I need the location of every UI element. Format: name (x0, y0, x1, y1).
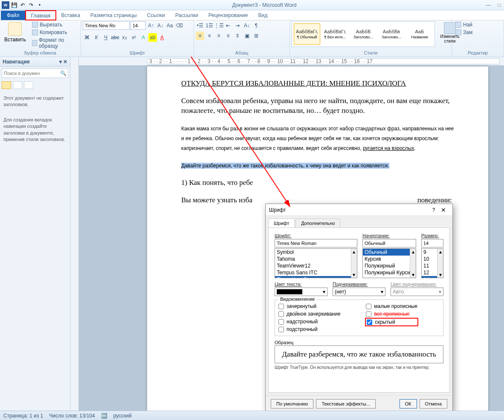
doc-paragraph[interactable]: 1) Как понять, что ребе (181, 178, 454, 188)
allcaps-checkbox[interactable]: все прописные (366, 311, 417, 317)
mailings-tab[interactable]: Рассылки (170, 11, 203, 20)
list-item[interactable]: Tempus Sans ITC (275, 269, 357, 276)
scrollbar[interactable]: ▴▾ (351, 249, 357, 278)
scrollbar[interactable]: ▴▾ (410, 249, 416, 278)
align-center-icon[interactable]: ≡ (205, 32, 214, 40)
strike-button[interactable]: abc (111, 33, 119, 42)
subscript-checkbox[interactable]: подстрочный (278, 326, 340, 332)
doc-paragraph[interactable]: Какая мама хотя бы раз в жизни не слышал… (181, 124, 454, 153)
underline-color-select[interactable]: Авто▾ (391, 288, 443, 296)
font-name-field[interactable] (275, 239, 357, 247)
font-style-field[interactable] (362, 239, 416, 247)
line-spacing-icon[interactable]: ⇕ (233, 32, 242, 40)
save-icon[interactable]: 💾 (10, 1, 18, 9)
home-tab[interactable]: Главная (26, 11, 56, 20)
bold-button[interactable]: Ж (83, 33, 91, 42)
file-tab[interactable]: Файл (1, 11, 26, 20)
bullets-icon[interactable]: •☰ (196, 21, 204, 30)
doc-heading[interactable]: ОТКУДА БЕРУТСЯ ИЗБАЛОВАННЫЕ ДЕТИ: МНЕНИЕ… (181, 79, 454, 88)
find-button[interactable]: Най (454, 21, 474, 28)
italic-button[interactable]: К (92, 33, 101, 42)
list-item[interactable]: Tahoma (275, 256, 357, 262)
indent-dec-icon[interactable]: ⇤ (224, 21, 232, 30)
list-item[interactable]: Полужирный Курсив (363, 269, 416, 276)
superscript-button[interactable]: x² (130, 33, 138, 42)
list-item[interactable]: Times New Roman (275, 276, 357, 278)
dialog-tab-advanced[interactable]: Дополнительно (295, 219, 340, 227)
hidden-checkbox[interactable]: скрытый (366, 319, 417, 325)
list-item[interactable]: Полужирный (363, 262, 416, 269)
clear-format-icon[interactable]: ⌫ (175, 21, 183, 30)
shrink-font-icon[interactable]: A↓ (156, 21, 165, 30)
numbering-icon[interactable]: 1☰ (205, 21, 214, 30)
indent-inc-icon[interactable]: ⇥ (233, 21, 242, 30)
style-item[interactable]: АаБбВвГг,¶ Без инте... (322, 23, 348, 45)
copy-button[interactable]: Копировать (30, 29, 79, 36)
cancel-button[interactable]: Отмена (420, 399, 447, 408)
layout-tab[interactable]: Разметка страницы (85, 11, 142, 20)
smallcaps-checkbox[interactable]: малые прописные (366, 303, 417, 309)
review-tab[interactable]: Рецензирование (203, 11, 253, 20)
undo-icon[interactable]: ↶ (19, 1, 26, 9)
format-painter-button[interactable]: Формат по образцу (30, 37, 79, 49)
font-color-icon[interactable]: A (158, 33, 166, 42)
grow-font-icon[interactable]: A↑ (147, 21, 155, 30)
dialog-close-button[interactable]: ✕ (438, 207, 449, 213)
qat-customize-icon[interactable]: ▾ (36, 1, 43, 9)
minimize-button[interactable]: — (485, 2, 491, 8)
list-item[interactable]: Обычный (363, 249, 416, 256)
doc-paragraph[interactable]: Совсем избаловали ребенка, управы на нег… (181, 96, 454, 116)
doc-paragraph-selected[interactable]: Давайте разберемся, что же такое избалов… (181, 161, 454, 170)
status-page[interactable]: Страница: 1 из 1 (3, 413, 43, 419)
size-list[interactable]: 910111214▴▾ (421, 248, 443, 278)
list-item[interactable]: Курсив (363, 256, 416, 262)
list-item[interactable]: Symbol (275, 249, 357, 256)
font-list[interactable]: SymbolTahomaTeamViewer12Tempus Sans ITCT… (275, 248, 357, 278)
scrollbar[interactable]: ▴▾ (437, 249, 443, 278)
dialog-help-button[interactable]: ? (429, 207, 438, 213)
list-item[interactable]: TeamViewer12 (275, 262, 357, 269)
redo-icon[interactable]: ↷ (27, 1, 35, 9)
strike-checkbox[interactable]: зачеркнутый (278, 303, 340, 309)
ok-button[interactable]: ОК (400, 399, 417, 408)
replace-button[interactable]: Зам (454, 29, 474, 36)
style-item[interactable]: АаБбВвГг,¶ Обычный (294, 23, 320, 45)
view-tab[interactable]: Вид (253, 11, 272, 20)
cut-button[interactable]: Вырезать (30, 21, 79, 28)
superscript-checkbox[interactable]: надстрочный (278, 319, 340, 325)
align-right-icon[interactable]: ≡ (214, 32, 223, 40)
maximize-button[interactable]: □ (496, 2, 502, 8)
style-list[interactable]: ОбычныйКурсивПолужирныйПолужирный Курсив… (362, 248, 416, 278)
subscript-button[interactable]: x₂ (120, 33, 129, 42)
underline-button[interactable]: Ч (101, 33, 110, 42)
references-tab[interactable]: Ссылки (142, 11, 170, 20)
show-marks-icon[interactable]: ¶ (252, 21, 261, 30)
align-left-icon[interactable]: ≡ (196, 32, 204, 40)
font-size-input[interactable] (130, 21, 146, 30)
vertical-ruler[interactable] (70, 57, 79, 411)
horizontal-ruler[interactable]: 3 · · 2 · · 1 · · · · · 1 · · 2 · · 3 · … (79, 57, 504, 66)
nav-search-input[interactable] (2, 69, 68, 78)
borders-icon[interactable]: ⊞ (252, 32, 261, 40)
insert-tab[interactable]: Вставка (56, 11, 85, 20)
multilevel-icon[interactable]: ⋮☰ (214, 21, 223, 30)
nav-dropdown-icon[interactable]: ▾ ✕ (59, 59, 67, 65)
status-language[interactable]: русский (113, 413, 132, 419)
style-item[interactable]: АаБНазвание (406, 23, 433, 45)
highlight-icon[interactable]: ab (148, 33, 157, 42)
default-button[interactable]: По умолчанию (271, 399, 313, 408)
nav-tab-headings[interactable] (2, 81, 11, 89)
double-strike-checkbox[interactable]: двойное зачеркивание (278, 311, 340, 317)
underline-select[interactable]: (нет)▾ (333, 288, 385, 296)
change-case-icon[interactable]: Aa (165, 21, 174, 30)
font-color-select[interactable]: ▾ (275, 288, 327, 296)
status-words[interactable]: Число слов: 13/104 (49, 413, 95, 419)
paste-button[interactable]: Вставить (2, 21, 29, 43)
text-effects-icon[interactable]: A (139, 33, 148, 42)
search-icon[interactable]: 🔍 (60, 70, 67, 76)
shading-icon[interactable]: ▣ (243, 32, 251, 40)
dialog-tab-font[interactable]: Шрифт (268, 219, 295, 227)
align-justify-icon[interactable]: ≡ (224, 32, 232, 40)
nav-tab-pages[interactable] (13, 81, 22, 89)
styles-gallery[interactable]: АаБбВвГг,¶ ОбычныйАаБбВвГг,¶ Без инте...… (292, 21, 435, 47)
